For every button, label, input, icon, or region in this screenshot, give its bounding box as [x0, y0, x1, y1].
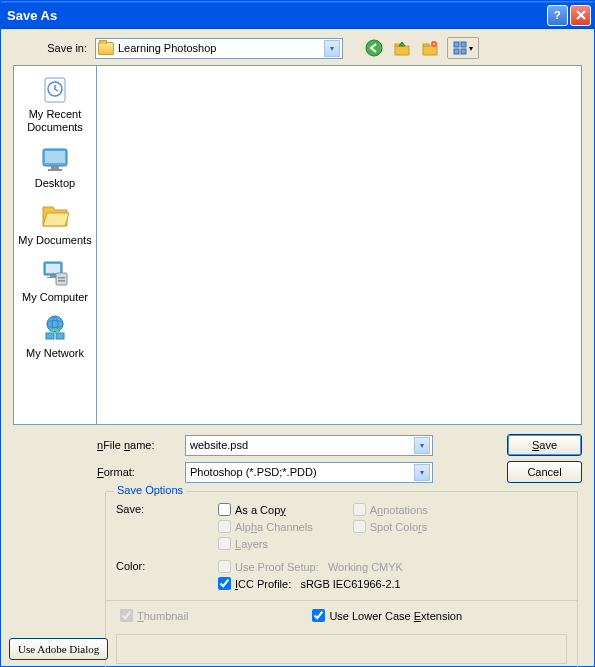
help-icon: ? [553, 9, 563, 21]
places-sidebar: My Recent Documents Desktop My Documents… [13, 65, 97, 425]
back-arrow-icon [364, 38, 384, 58]
svg-rect-15 [45, 151, 65, 163]
save-options-title: Save Options [114, 484, 186, 496]
toolbar: Save in: Learning Photoshop ▾ ▾ [1, 29, 594, 65]
svg-text:?: ? [554, 9, 561, 21]
help-button[interactable]: ? [547, 5, 568, 26]
back-button[interactable] [363, 37, 385, 59]
use-adobe-dialog-button[interactable]: Use Adobe Dialog [9, 638, 108, 660]
svg-rect-20 [50, 275, 56, 277]
up-folder-icon [393, 39, 411, 57]
folder-name: Learning Photoshop [118, 42, 324, 54]
my-computer-icon [39, 257, 71, 289]
svg-rect-24 [58, 280, 65, 282]
new-folder-button[interactable] [419, 37, 441, 59]
format-value: Photoshop (*.PSD;*.PDD) [190, 466, 414, 478]
format-label: Format: [97, 466, 185, 478]
svg-rect-17 [48, 169, 62, 171]
sidebar-item-desktop[interactable]: Desktop [15, 141, 95, 192]
filename-input[interactable]: website.psd ▾ [185, 435, 433, 456]
thumbnail-checkbox: Thumbnail [116, 607, 192, 624]
alpha-channels-checkbox: Alpha Channels [218, 520, 313, 533]
format-dropdown[interactable]: Photoshop (*.PSD;*.PDD) ▾ [185, 462, 433, 483]
footer: Use Adobe Dialog [9, 638, 108, 660]
save-as-dialog: Save As ? Save in: Learning Photoshop ▾ [0, 0, 595, 667]
sidebar-label: My Computer [22, 291, 88, 304]
svg-rect-9 [461, 42, 466, 47]
sidebar-label: My Network [26, 347, 84, 360]
sidebar-label: Desktop [35, 177, 75, 190]
chevron-down-icon[interactable]: ▾ [414, 437, 430, 454]
main-area: My Recent Documents Desktop My Documents… [1, 65, 594, 425]
toolbar-nav-icons: ▾ [363, 37, 479, 59]
sidebar-label: My Documents [18, 234, 91, 247]
titlebar-buttons: ? [547, 5, 591, 26]
svg-rect-11 [461, 49, 466, 54]
chevron-down-icon[interactable]: ▾ [414, 464, 430, 481]
svg-rect-22 [56, 273, 67, 285]
svg-rect-27 [46, 333, 54, 339]
titlebar: Save As ? [1, 1, 594, 29]
annotations-checkbox: Annotations [353, 503, 428, 516]
new-folder-icon [421, 39, 439, 57]
my-network-icon [39, 313, 71, 345]
svg-rect-28 [56, 333, 64, 339]
view-menu-button[interactable]: ▾ [447, 37, 479, 59]
lowercase-ext-checkbox[interactable]: Use Lower Case Extension [312, 609, 462, 622]
save-in-label: Save in: [13, 42, 87, 54]
info-field [116, 634, 567, 664]
close-icon [576, 10, 586, 20]
svg-rect-2 [395, 46, 409, 55]
sidebar-item-recent[interactable]: My Recent Documents [15, 72, 95, 135]
up-button[interactable] [391, 37, 413, 59]
save-options-group: Save Options Save: As a Copy Alpha Chann… [105, 491, 578, 667]
svg-rect-5 [423, 44, 429, 46]
file-list[interactable] [97, 65, 582, 425]
sidebar-item-mydocs[interactable]: My Documents [15, 198, 95, 249]
save-button[interactable]: Save [507, 434, 582, 456]
file-controls: nFile name:File name: website.psd ▾ Save… [1, 425, 594, 667]
svg-rect-23 [58, 277, 65, 279]
sidebar-item-network[interactable]: My Network [15, 311, 95, 362]
close-button[interactable] [570, 5, 591, 26]
filename-label: nFile name:File name: [97, 439, 185, 451]
folder-icon [98, 42, 114, 55]
filename-value: website.psd [190, 439, 414, 451]
my-documents-icon [39, 200, 71, 232]
view-icon [453, 41, 467, 55]
svg-rect-10 [454, 49, 459, 54]
color-label: Color: [116, 560, 218, 572]
sidebar-item-mycomputer[interactable]: My Computer [15, 255, 95, 306]
svg-point-1 [366, 40, 382, 56]
spot-colors-checkbox: Spot Colors [353, 520, 428, 533]
svg-rect-16 [51, 166, 59, 169]
chevron-down-icon[interactable]: ▾ [324, 40, 340, 57]
cancel-button[interactable]: Cancel [507, 461, 582, 483]
icc-profile-checkbox[interactable]: ICC Profile: sRGB IEC61966-2.1 [218, 577, 403, 590]
svg-rect-8 [454, 42, 459, 47]
window-title: Save As [7, 8, 547, 23]
proof-setup-checkbox: Use Proof Setup: Working CMYK [218, 560, 403, 573]
sidebar-label: My Recent Documents [15, 108, 95, 133]
svg-rect-4 [423, 46, 437, 55]
desktop-icon [39, 143, 71, 175]
layers-checkbox: Layers [218, 537, 313, 550]
save-in-dropdown[interactable]: Learning Photoshop ▾ [95, 38, 343, 59]
recent-documents-icon [39, 74, 71, 106]
save-label: Save: [116, 503, 218, 515]
svg-rect-19 [46, 264, 60, 273]
chevron-down-icon: ▾ [469, 44, 473, 53]
svg-point-7 [433, 43, 435, 45]
as-copy-checkbox[interactable]: As a Copy [218, 503, 313, 516]
